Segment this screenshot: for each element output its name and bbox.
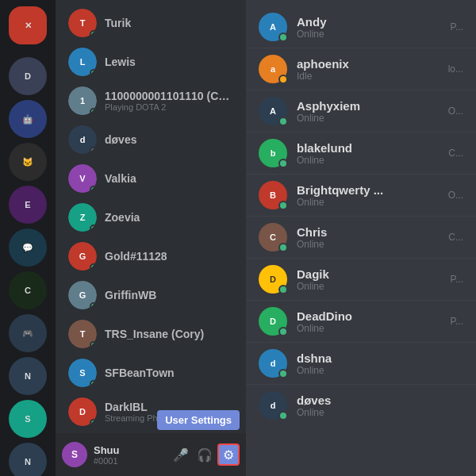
dm-name: Turik (105, 17, 233, 29)
mute-button[interactable]: 🎤 (170, 443, 192, 466)
dm-item[interactable]: SSFBeanTown (60, 354, 241, 392)
dm-name: Valkia (105, 172, 233, 185)
dm-info: TRS_Insane (Cory) (105, 328, 233, 340)
avatar: S (62, 442, 87, 467)
friend-item[interactable]: AAndyOnlineP... (246, 6, 476, 48)
friend-info: DagikOnline (297, 267, 451, 292)
friend-item[interactable]: DDagikOnlineP... (246, 258, 476, 300)
friend-item[interactable]: BBrightqwerty ...OnlineO... (246, 174, 476, 216)
friend-status-text: Online (297, 365, 463, 376)
status-dot (90, 419, 97, 426)
status-dot (90, 186, 97, 193)
server-icon-s8[interactable]: 🎮 (9, 314, 47, 352)
friend-info: døvesOnline (297, 393, 463, 418)
friend-game-status: O... (448, 106, 463, 117)
dm-info: døves (105, 133, 233, 146)
friend-item[interactable]: CChrisOnlineC... (246, 216, 476, 258)
dm-name: SFBeanTown (105, 367, 233, 379)
dm-item[interactable]: TTRS_Insane (Cory) (60, 315, 241, 353)
friend-item[interactable]: bblakelundOnlineC... (246, 132, 476, 174)
dm-item[interactable]: GGold#11128 (60, 237, 241, 275)
dm-name: 1100000001101110 (CO... (105, 90, 233, 102)
friend-avatar: d (259, 349, 287, 378)
dm-list: TTurikLLewis11100000001101110 (CO...Play… (56, 0, 246, 433)
server-icon-s7[interactable]: C (9, 271, 47, 309)
dm-avatar: T (68, 320, 97, 348)
friend-item[interactable]: ddshnaOnline (246, 342, 476, 384)
status-dot (278, 159, 288, 168)
dm-avatar: G (68, 281, 97, 309)
dm-item[interactable]: GGriffinWB (60, 276, 241, 314)
server-icon-s5[interactable]: E (9, 186, 47, 224)
friend-name: dshna (297, 351, 463, 365)
server-icon-s3[interactable]: 🤖 (9, 100, 47, 138)
friend-item[interactable]: DDeadDinoOnlineP... (246, 300, 476, 342)
dm-item[interactable]: ddøves (60, 121, 241, 159)
dm-name: Lewis (105, 56, 233, 68)
friend-avatar: A (259, 13, 287, 41)
settings-button[interactable]: ⚙ (217, 443, 240, 466)
user-area: S Shuu #0001 🎤 🎧 ⚙ User Settings (56, 433, 246, 476)
friend-info: ChrisOnline (297, 225, 448, 250)
server-icon-s10[interactable]: S (9, 400, 47, 438)
dm-panel: TTurikLLewis11100000001101110 (CO...Play… (56, 0, 246, 476)
status-dot (90, 147, 97, 154)
friend-avatar: C (259, 223, 287, 251)
dm-item[interactable]: VValkia (60, 159, 241, 198)
friend-avatar: D (259, 265, 287, 294)
user-initials: S (71, 449, 78, 460)
status-dot (278, 243, 288, 252)
server-icon-s1[interactable]: ✕ (9, 6, 47, 44)
dm-avatar: T (68, 9, 97, 37)
user-info: Shuu #0001 (94, 444, 163, 466)
server-icon-s2[interactable]: D (9, 57, 47, 95)
friend-status-text: Online (297, 323, 451, 334)
friends-list: AAndyOnlineP...aaphoenixIdlelo...AAsphyx… (246, 0, 476, 476)
friend-avatar: D (259, 307, 287, 336)
friend-game-status: C... (448, 232, 463, 243)
status-dot (278, 411, 288, 420)
dm-item[interactable]: ZZoevia (60, 198, 241, 236)
friend-status-text: Online (297, 155, 448, 166)
friend-avatar: d (259, 391, 287, 420)
username: Shuu (94, 444, 163, 456)
friend-item[interactable]: aaphoenixIdlelo... (246, 48, 476, 90)
friend-item[interactable]: AAsphyxiemOnlineO... (246, 90, 476, 132)
dm-item[interactable]: LLewis (60, 43, 241, 81)
server-icon-s6[interactable]: 💬 (9, 228, 47, 267)
friend-name: Asphyxiem (297, 99, 448, 113)
friend-game-status: O... (448, 190, 463, 201)
friend-avatar: A (259, 97, 287, 125)
dm-info: Valkia (105, 172, 233, 185)
friend-status-text: Idle (297, 71, 448, 82)
deafen-button[interactable]: 🎧 (194, 443, 216, 466)
status-dot (90, 302, 97, 309)
dm-avatar: 1 (68, 86, 97, 115)
dm-item[interactable]: TTurik (60, 4, 241, 42)
friend-name: Andy (297, 15, 451, 29)
dm-info: Gold#11128 (105, 250, 233, 263)
server-icon-s11[interactable]: N (9, 443, 47, 476)
friend-avatar: B (259, 181, 287, 209)
friend-status-text: Online (297, 281, 451, 292)
dm-item[interactable]: 11100000001101110 (CO...Playing DOTA 2 (60, 82, 241, 120)
status-dot (90, 380, 97, 387)
status-dot (278, 285, 288, 294)
user-tag: #0001 (94, 456, 163, 466)
dm-name: Gold#11128 (105, 250, 233, 263)
status-dot (278, 201, 288, 210)
dm-name: døves (105, 133, 233, 146)
dm-info: Lewis (105, 56, 233, 68)
friend-status-text: Online (297, 239, 448, 250)
friend-game-status: C... (448, 148, 463, 159)
friend-info: AndyOnline (297, 15, 451, 40)
server-icon-s9[interactable]: N (9, 357, 47, 395)
server-icon-s4[interactable]: 🐱 (9, 143, 47, 181)
friend-info: blakelundOnline (297, 141, 448, 166)
friend-item[interactable]: ddøvesOnline (246, 384, 476, 426)
friend-name: blakelund (297, 141, 448, 155)
dm-sub: Playing DOTA 2 (105, 102, 233, 112)
status-dot (278, 117, 288, 126)
status-dot (90, 69, 97, 76)
dm-avatar: G (68, 242, 97, 271)
